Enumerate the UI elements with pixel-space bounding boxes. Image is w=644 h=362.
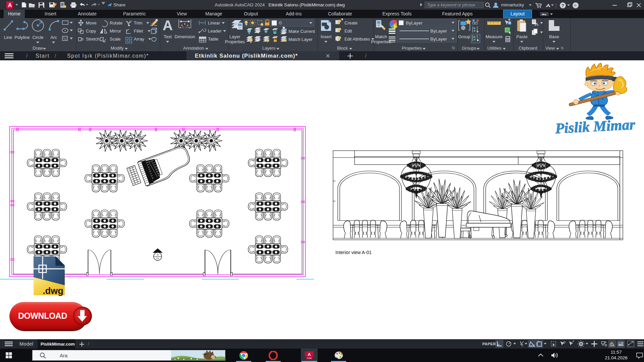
- svg-text:Base: Base: [549, 34, 559, 39]
- svg-text:Properties: Properties: [371, 39, 391, 44]
- svg-text:Dimension: Dimension: [174, 34, 195, 39]
- svg-text:Layer: Layer: [229, 34, 240, 39]
- svg-text:Properties: Properties: [225, 39, 245, 44]
- svg-text:Rotate: Rotate: [110, 20, 122, 25]
- svg-text:Layers: Layers: [262, 46, 276, 51]
- svg-text:View: View: [545, 46, 555, 51]
- svg-text:Table: Table: [208, 37, 218, 42]
- svg-text:?: ?: [561, 3, 564, 8]
- svg-text:Paste: Paste: [516, 34, 527, 39]
- svg-text:0: 0: [279, 20, 282, 25]
- svg-text:CAD: CAD: [307, 357, 312, 359]
- svg-text:Line: Line: [4, 35, 12, 40]
- svg-text:Properties: Properties: [402, 46, 422, 51]
- svg-text:Match: Match: [375, 34, 387, 39]
- svg-text:01: 01: [156, 257, 159, 259]
- svg-text:Fillet: Fillet: [134, 28, 143, 34]
- svg-text:Linear: Linear: [208, 20, 220, 25]
- svg-text:Modify: Modify: [111, 46, 124, 51]
- svg-text:Draw: Draw: [33, 46, 43, 51]
- svg-text:Block: Block: [337, 46, 348, 51]
- svg-text:Match Layer: Match Layer: [288, 37, 313, 42]
- svg-text:A: A: [163, 18, 173, 33]
- svg-text:Text: Text: [164, 34, 172, 39]
- svg-text:Leader: Leader: [208, 28, 222, 34]
- svg-text:Trim: Trim: [134, 20, 143, 25]
- svg-text:mimarlucky: mimarlucky: [501, 2, 524, 7]
- svg-text:Interior view A-01: Interior view A-01: [335, 250, 372, 255]
- svg-text:Utilities: Utilities: [487, 46, 501, 51]
- svg-text:Polyline: Polyline: [14, 35, 30, 40]
- svg-text:Mirror: Mirror: [110, 28, 121, 34]
- svg-text:Pislik Mimar: Pislik Mimar: [554, 116, 636, 137]
- svg-text:Circle: Circle: [32, 35, 43, 40]
- svg-text:ByLayer: ByLayer: [430, 37, 447, 42]
- svg-text:A: A: [308, 352, 311, 357]
- svg-text:.dwg: .dwg: [43, 286, 63, 296]
- svg-text:ByLayer: ByLayer: [406, 20, 423, 25]
- svg-text:Copy: Copy: [86, 28, 96, 34]
- svg-text:ByLayer: ByLayer: [430, 28, 447, 34]
- svg-text:Edit: Edit: [344, 28, 352, 34]
- svg-text:Groups: Groups: [462, 46, 476, 51]
- svg-text:Arc: Arc: [50, 35, 57, 40]
- svg-text:Insert: Insert: [321, 34, 332, 39]
- svg-text:Create: Create: [344, 20, 358, 25]
- svg-text:|: |: [555, 3, 557, 8]
- svg-text:Measure: Measure: [486, 34, 503, 39]
- svg-text:Clipboard: Clipboard: [519, 46, 537, 51]
- svg-text:Move: Move: [86, 20, 97, 25]
- svg-text:Array: Array: [134, 37, 145, 42]
- svg-text:A: A: [157, 253, 159, 256]
- svg-text:Annotation: Annotation: [183, 46, 204, 51]
- svg-text:Share: Share: [113, 2, 125, 7]
- svg-text:Make Current: Make Current: [288, 29, 315, 34]
- svg-text:Scale: Scale: [110, 37, 121, 42]
- svg-text:Stretch: Stretch: [86, 37, 100, 42]
- svg-text:A: A: [8, 2, 12, 8]
- svg-text:Edit Attributes: Edit Attributes: [344, 37, 370, 42]
- svg-text:Group: Group: [458, 34, 470, 39]
